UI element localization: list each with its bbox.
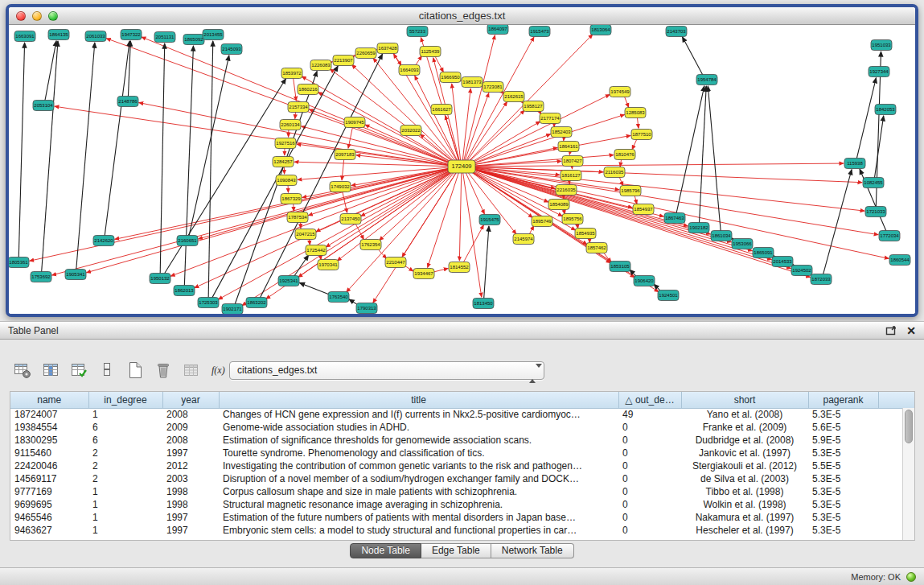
network-table-selector[interactable]: citations_edges.txt: [229, 361, 544, 380]
table-row[interactable]: 2242004622012Investigating the contribut…: [10, 459, 914, 472]
graph-node[interactable]: 2157334: [288, 102, 309, 113]
graph-node[interactable]: 2061033: [85, 31, 106, 42]
graph-edge[interactable]: [76, 43, 95, 270]
graph-edge[interactable]: [184, 46, 193, 286]
graph-node[interactable]: 1925341: [278, 276, 299, 286]
graph-edge[interactable]: [468, 167, 864, 212]
cell-in_degree[interactable]: 2: [88, 472, 162, 485]
graph-node[interactable]: 2116035: [604, 167, 625, 178]
graph-node[interactable]: 1902171: [222, 304, 243, 315]
table-scrollbar[interactable]: [902, 408, 914, 540]
graph-edge[interactable]: [467, 122, 540, 165]
cell-short[interactable]: Tibbo et al. (1998): [681, 485, 808, 498]
graph-node[interactable]: 1966950: [440, 72, 461, 83]
cell-pagerank[interactable]: 5.5E-5: [808, 459, 878, 472]
graph-node[interactable]: 1813064: [590, 25, 611, 35]
column-header-name[interactable]: name: [10, 392, 88, 408]
cell-name[interactable]: 19384554: [10, 421, 88, 434]
cell-pagerank[interactable]: 5.3E-5: [808, 511, 878, 524]
graph-node[interactable]: 1877510: [631, 130, 652, 140]
cell-in_degree[interactable]: 6: [88, 421, 162, 434]
graph-node[interactable]: 1864161: [558, 142, 579, 152]
delete-icon[interactable]: [154, 360, 173, 380]
cell-pagerank[interactable]: 5.9E-5: [808, 434, 878, 447]
graph-node[interactable]: 1934467: [413, 269, 434, 279]
graph-edge[interactable]: [18, 43, 24, 258]
graph-node[interactable]: 115938: [844, 159, 865, 169]
graph-edge[interactable]: [142, 37, 456, 165]
graph-edge[interactable]: [468, 167, 878, 235]
graph-node[interactable]: 1284257: [273, 157, 294, 167]
graph-node[interactable]: 1090843: [276, 175, 297, 186]
graph-node[interactable]: 1853105: [610, 262, 630, 272]
graph-node[interactable]: 1082455: [863, 178, 884, 188]
table-row[interactable]: 1830029562008Estimation of significance …: [10, 434, 914, 447]
graph-edge[interactable]: [342, 159, 344, 180]
graph-node[interactable]: 1864135: [48, 30, 69, 40]
graph-node[interactable]: 1285083: [625, 108, 646, 118]
graph-node[interactable]: 1861034: [711, 231, 732, 241]
cell-out_degree[interactable]: 0: [618, 434, 681, 447]
graph-node[interactable]: 1974549: [610, 87, 630, 97]
graph-node[interactable]: 1663091: [14, 31, 35, 42]
cell-pagerank[interactable]: 5.6E-5: [808, 421, 878, 434]
graph-node[interactable]: 1723081: [483, 82, 503, 93]
graph-node[interactable]: 2177174: [540, 113, 561, 124]
graph-node[interactable]: 1749032: [330, 182, 351, 192]
cell-name[interactable]: 22420046: [10, 459, 88, 472]
graph-node[interactable]: 1810476: [614, 150, 635, 160]
table-row[interactable]: 1872400712008Changes of HCN gene express…: [10, 408, 914, 421]
graph-node[interactable]: 1915473: [529, 27, 550, 37]
table-row[interactable]: 946362711997Embryonic stem cells: a mode…: [10, 524, 914, 537]
graph-node[interactable]: 1787534: [287, 212, 308, 223]
cell-title[interactable]: Investigating the contribution of common…: [219, 459, 618, 472]
graph-edge[interactable]: [484, 226, 489, 299]
table-row[interactable]: 977716911998Corpus callosum shape and si…: [10, 485, 914, 498]
graph-edge[interactable]: [468, 167, 811, 277]
cell-year[interactable]: 1997: [162, 511, 219, 524]
graph-edge[interactable]: [373, 170, 458, 303]
graph-node[interactable]: 1637428: [377, 43, 398, 54]
column-header-out-degree[interactable]: △ out_de…: [618, 392, 681, 408]
graph-node[interactable]: 1772034: [879, 231, 900, 241]
select-rows-icon[interactable]: [69, 360, 88, 380]
column-header-short[interactable]: short: [681, 392, 808, 408]
cell-out_degree[interactable]: 49: [618, 408, 681, 421]
graph-node[interactable]: 1985796: [620, 186, 641, 196]
graph-node[interactable]: 2145974: [513, 234, 534, 245]
cell-title[interactable]: Estimation of significance thresholds fo…: [219, 434, 618, 447]
graph-node[interactable]: 1814552: [449, 262, 470, 273]
graph-node[interactable]: 1958127: [523, 101, 544, 112]
graph-node[interactable]: 2051131: [154, 32, 175, 43]
tab-network-table[interactable]: Network Table: [491, 543, 574, 558]
graph-node[interactable]: 2213907: [333, 56, 354, 66]
new-file-icon[interactable]: [125, 360, 145, 380]
cell-in_degree[interactable]: 2: [88, 459, 162, 472]
cell-short[interactable]: Wolkin et al. (1998): [681, 498, 808, 511]
cell-title[interactable]: Tourette syndrome. Phenomenology and cla…: [219, 447, 618, 459]
cell-name[interactable]: 9465546: [10, 511, 88, 524]
graph-node[interactable]: 1125439: [420, 47, 441, 57]
graph-node[interactable]: 1970341: [318, 260, 339, 270]
graph-node[interactable]: 1951033: [871, 40, 892, 51]
cell-out_degree[interactable]: 0: [618, 421, 681, 434]
cell-out_degree[interactable]: 0: [618, 498, 681, 511]
cell-name[interactable]: 9699695: [10, 498, 88, 511]
close-window-button[interactable]: [16, 11, 26, 21]
table-row[interactable]: 1938455462009Genome-wide association stu…: [10, 421, 914, 434]
graph-node[interactable]: 1857462: [586, 243, 607, 253]
graph-node[interactable]: 2260659: [355, 48, 376, 59]
cell-title[interactable]: Structural magnetic resonance image aver…: [219, 498, 618, 511]
graph-edge[interactable]: [708, 86, 721, 232]
cell-in_degree[interactable]: 1: [88, 485, 162, 498]
cell-short[interactable]: Stergiakouli et al. (2012): [681, 459, 808, 472]
graph-edge[interactable]: [293, 255, 308, 278]
graph-node[interactable]: 2047215: [295, 229, 316, 240]
show-columns-icon[interactable]: [41, 360, 60, 380]
cell-pagerank[interactable]: 5.3E-5: [808, 524, 878, 537]
graph-node[interactable]: 1813450: [473, 299, 494, 309]
graph-node[interactable]: 557233: [407, 27, 428, 37]
graph-node[interactable]: 1725303: [198, 298, 219, 308]
hub-node[interactable]: 172409: [448, 160, 475, 173]
graph-node[interactable]: 1226083: [310, 60, 331, 71]
